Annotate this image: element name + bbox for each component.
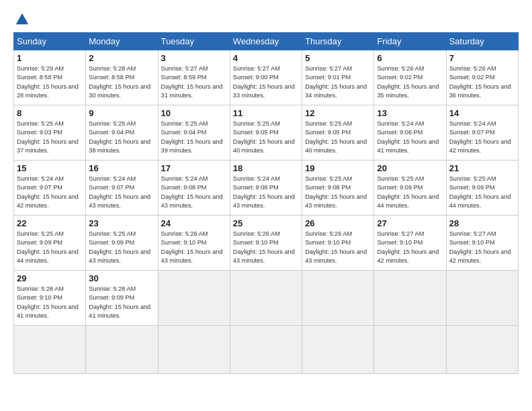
day-number: 17 <box>161 163 227 173</box>
day-number: 3 <box>161 53 227 63</box>
weekday-header: Thursday <box>302 33 374 50</box>
day-info: Sunrise: 5:25 AM Sunset: 9:08 PM Dayligh… <box>305 175 371 210</box>
calendar-cell <box>230 326 302 374</box>
day-number: 22 <box>17 218 83 228</box>
calendar-cell: 5 Sunrise: 5:27 AM Sunset: 9:01 PM Dayli… <box>302 50 374 105</box>
day-info: Sunrise: 5:25 AM Sunset: 9:04 PM Dayligh… <box>89 120 154 155</box>
day-number: 1 <box>17 53 83 63</box>
calendar-cell: 16 Sunrise: 5:24 AM Sunset: 9:07 PM Dayl… <box>86 161 158 216</box>
day-info: Sunrise: 5:27 AM Sunset: 9:00 PM Dayligh… <box>233 64 299 100</box>
day-number: 4 <box>233 53 299 63</box>
calendar-cell: 4 Sunrise: 5:27 AM Sunset: 9:00 PM Dayli… <box>230 50 302 105</box>
calendar-cell: 25 Sunrise: 5:26 AM Sunset: 9:10 PM Dayl… <box>230 216 302 271</box>
logo-icon <box>15 12 30 27</box>
day-number: 11 <box>233 108 299 118</box>
calendar-cell <box>158 326 230 374</box>
calendar-cell <box>230 271 302 326</box>
calendar-cell: 14 Sunrise: 5:24 AM Sunset: 9:07 PM Dayl… <box>446 105 518 161</box>
calendar-cell: 23 Sunrise: 5:25 AM Sunset: 9:09 PM Dayl… <box>86 216 158 271</box>
calendar-cell <box>374 326 446 374</box>
calendar-cell: 3 Sunrise: 5:27 AM Sunset: 8:59 PM Dayli… <box>158 50 230 105</box>
calendar: SundayMondayTuesdayWednesdayThursdayFrid… <box>13 32 519 374</box>
day-info: Sunrise: 5:26 AM Sunset: 9:10 PM Dayligh… <box>305 230 371 265</box>
day-number: 10 <box>161 108 227 118</box>
day-number: 14 <box>449 108 515 118</box>
day-info: Sunrise: 5:24 AM Sunset: 9:08 PM Dayligh… <box>233 175 299 210</box>
day-info: Sunrise: 5:27 AM Sunset: 9:10 PM Dayligh… <box>377 230 443 265</box>
day-number: 25 <box>233 218 299 228</box>
calendar-cell: 13 Sunrise: 5:24 AM Sunset: 9:06 PM Dayl… <box>374 105 446 161</box>
weekday-header: Tuesday <box>158 33 230 50</box>
calendar-cell: 17 Sunrise: 5:24 AM Sunset: 9:08 PM Dayl… <box>158 161 230 216</box>
calendar-cell: 7 Sunrise: 5:26 AM Sunset: 9:02 PM Dayli… <box>446 50 518 105</box>
day-info: Sunrise: 5:25 AM Sunset: 9:03 PM Dayligh… <box>17 120 83 155</box>
calendar-cell: 1 Sunrise: 5:29 AM Sunset: 8:58 PM Dayli… <box>14 50 86 105</box>
day-info: Sunrise: 5:24 AM Sunset: 9:07 PM Dayligh… <box>89 175 154 210</box>
calendar-cell: 8 Sunrise: 5:25 AM Sunset: 9:03 PM Dayli… <box>14 105 86 161</box>
day-number: 2 <box>89 53 154 63</box>
calendar-cell: 24 Sunrise: 5:26 AM Sunset: 9:10 PM Dayl… <box>158 216 230 271</box>
day-info: Sunrise: 5:25 AM Sunset: 9:09 PM Dayligh… <box>89 230 154 265</box>
day-number: 29 <box>17 273 83 283</box>
day-number: 26 <box>305 218 371 228</box>
calendar-cell: 26 Sunrise: 5:26 AM Sunset: 9:10 PM Dayl… <box>302 216 374 271</box>
calendar-cell <box>86 326 158 374</box>
day-info: Sunrise: 5:25 AM Sunset: 9:09 PM Dayligh… <box>377 175 443 210</box>
calendar-cell <box>374 271 446 326</box>
day-number: 9 <box>89 108 154 118</box>
calendar-cell: 9 Sunrise: 5:25 AM Sunset: 9:04 PM Dayli… <box>86 105 158 161</box>
calendar-cell: 30 Sunrise: 5:28 AM Sunset: 9:09 PM Dayl… <box>86 271 158 326</box>
day-number: 19 <box>305 163 371 173</box>
day-number: 30 <box>89 273 154 283</box>
day-info: Sunrise: 5:28 AM Sunset: 8:58 PM Dayligh… <box>89 64 154 100</box>
day-info: Sunrise: 5:26 AM Sunset: 9:10 PM Dayligh… <box>161 230 227 265</box>
day-info: Sunrise: 5:25 AM Sunset: 9:09 PM Dayligh… <box>449 175 515 210</box>
calendar-cell: 28 Sunrise: 5:27 AM Sunset: 9:10 PM Dayl… <box>446 216 518 271</box>
day-info: Sunrise: 5:26 AM Sunset: 9:10 PM Dayligh… <box>233 230 299 265</box>
day-number: 5 <box>305 53 371 63</box>
day-number: 24 <box>161 218 227 228</box>
weekday-header: Saturday <box>446 33 518 50</box>
day-info: Sunrise: 5:25 AM Sunset: 9:09 PM Dayligh… <box>17 230 83 265</box>
day-info: Sunrise: 5:24 AM Sunset: 9:06 PM Dayligh… <box>377 120 443 155</box>
calendar-cell <box>446 271 518 326</box>
weekday-header: Friday <box>374 33 446 50</box>
day-number: 16 <box>89 163 154 173</box>
day-info: Sunrise: 5:28 AM Sunset: 9:09 PM Dayligh… <box>89 285 154 320</box>
day-info: Sunrise: 5:29 AM Sunset: 8:58 PM Dayligh… <box>17 64 83 100</box>
weekday-header: Sunday <box>14 33 86 50</box>
calendar-cell: 6 Sunrise: 5:26 AM Sunset: 9:02 PM Dayli… <box>374 50 446 105</box>
calendar-cell <box>158 271 230 326</box>
calendar-cell: 12 Sunrise: 5:25 AM Sunset: 9:05 PM Dayl… <box>302 105 374 161</box>
calendar-cell <box>446 326 518 374</box>
day-info: Sunrise: 5:25 AM Sunset: 9:05 PM Dayligh… <box>233 120 299 155</box>
calendar-cell: 19 Sunrise: 5:25 AM Sunset: 9:08 PM Dayl… <box>302 161 374 216</box>
day-info: Sunrise: 5:28 AM Sunset: 9:10 PM Dayligh… <box>17 285 83 320</box>
day-info: Sunrise: 5:27 AM Sunset: 9:01 PM Dayligh… <box>305 64 371 100</box>
weekday-header: Monday <box>86 33 158 50</box>
day-number: 18 <box>233 163 299 173</box>
day-number: 15 <box>17 163 83 173</box>
day-info: Sunrise: 5:24 AM Sunset: 9:08 PM Dayligh… <box>161 175 227 210</box>
calendar-cell: 2 Sunrise: 5:28 AM Sunset: 8:58 PM Dayli… <box>86 50 158 105</box>
day-number: 6 <box>377 53 443 63</box>
day-number: 13 <box>377 108 443 118</box>
svg-marker-0 <box>16 13 28 25</box>
weekday-header: Wednesday <box>230 33 302 50</box>
calendar-cell: 29 Sunrise: 5:28 AM Sunset: 9:10 PM Dayl… <box>14 271 86 326</box>
day-info: Sunrise: 5:26 AM Sunset: 9:02 PM Dayligh… <box>449 64 515 100</box>
day-info: Sunrise: 5:26 AM Sunset: 9:02 PM Dayligh… <box>377 64 443 100</box>
day-number: 27 <box>377 218 443 228</box>
calendar-cell <box>302 326 374 374</box>
day-info: Sunrise: 5:25 AM Sunset: 9:05 PM Dayligh… <box>305 120 371 155</box>
calendar-cell: 27 Sunrise: 5:27 AM Sunset: 9:10 PM Dayl… <box>374 216 446 271</box>
day-number: 21 <box>449 163 515 173</box>
calendar-cell: 21 Sunrise: 5:25 AM Sunset: 9:09 PM Dayl… <box>446 161 518 216</box>
day-number: 23 <box>89 218 154 228</box>
day-number: 20 <box>377 163 443 173</box>
day-info: Sunrise: 5:27 AM Sunset: 9:10 PM Dayligh… <box>449 230 515 265</box>
day-info: Sunrise: 5:24 AM Sunset: 9:07 PM Dayligh… <box>17 175 83 210</box>
calendar-cell: 22 Sunrise: 5:25 AM Sunset: 9:09 PM Dayl… <box>14 216 86 271</box>
day-info: Sunrise: 5:25 AM Sunset: 9:04 PM Dayligh… <box>161 120 227 155</box>
day-number: 12 <box>305 108 371 118</box>
